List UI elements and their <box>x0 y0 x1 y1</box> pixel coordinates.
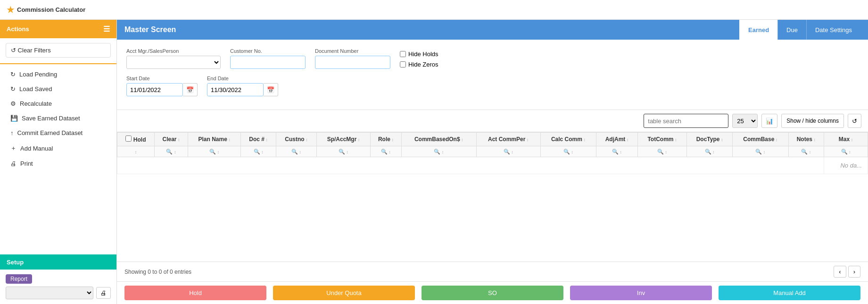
sidebar-item-save-earned[interactable]: 💾 Save Earned Dataset <box>6 111 111 126</box>
report-badge: Report <box>6 274 32 284</box>
setup-print-button[interactable]: 🖨 <box>96 287 111 299</box>
col-filter-custno: 🔍 <box>276 146 316 157</box>
hide-zeros-checkbox[interactable] <box>400 61 406 68</box>
sidebar-item-commit-earned[interactable]: ↑ Commit Earned Dataset <box>6 126 111 140</box>
legend-hold: Hold <box>124 286 266 300</box>
col-notes[interactable]: Notes <box>788 133 824 146</box>
prev-page-button[interactable]: ‹ <box>834 266 846 278</box>
sidebar-item-label: Commit Earned Dataset <box>17 129 83 136</box>
sidebar-item-load-saved[interactable]: ↻ Load Saved <box>6 82 111 96</box>
refresh-button[interactable]: ↺ <box>848 114 861 128</box>
col-tot-comm[interactable]: TotComm <box>637 133 686 146</box>
end-date-label: End Date <box>207 76 278 81</box>
sidebar-item-add-manual[interactable]: ＋ Add Manual <box>6 140 111 156</box>
filter-row-1: Acct Mgr./SalesPerson Customer No. Docum… <box>126 48 859 69</box>
start-date-input[interactable] <box>126 83 183 96</box>
col-adj-amt[interactable]: AdjAmt <box>596 133 638 146</box>
col-filter-sp-accmgr: 🔍 <box>316 146 370 157</box>
show-hide-columns-button[interactable]: Show / hide columns <box>781 114 844 128</box>
col-role[interactable]: Role <box>371 133 402 146</box>
col-filter-hold <box>117 146 155 157</box>
start-date-label: Start Date <box>126 76 198 81</box>
end-date-wrap: 📅 <box>207 83 278 96</box>
app-title: Commission Calculator <box>17 6 85 13</box>
filter-group-customer-no: Customer No. <box>230 48 306 69</box>
col-comm-based-on[interactable]: CommBasedOn$ <box>401 133 476 146</box>
col-filter-act-comm-per: 🔍 <box>476 146 540 157</box>
start-date-calendar-button[interactable]: 📅 <box>183 83 198 96</box>
legend-inv: Inv <box>570 286 712 300</box>
filter-group-acct-mgr: Acct Mgr./SalesPerson <box>126 48 221 69</box>
tab-earned[interactable]: Earned <box>739 20 777 40</box>
table-search-input[interactable] <box>644 114 728 128</box>
excel-icon: 📊 <box>766 118 773 125</box>
col-calc-comm[interactable]: Calc Comm <box>540 133 596 146</box>
sidebar-item-recalculate[interactable]: ⚙ Recalculate <box>6 96 111 111</box>
col-filter-tot-comm: 🔍 <box>637 146 686 157</box>
commit-earned-icon: ↑ <box>10 129 14 136</box>
sidebar: Actions ☰ ↺ Clear Filters ↻ Load Pending… <box>0 20 117 304</box>
col-sp-accmgr[interactable]: Sp/AccMgr <box>316 133 370 146</box>
sidebar-setup: Setup Report 🖨 <box>0 254 116 304</box>
save-earned-icon: 💾 <box>10 115 18 122</box>
col-hold[interactable]: Hold <box>117 133 155 146</box>
sidebar-item-print[interactable]: 🖨 Print <box>6 156 111 171</box>
col-doc-num[interactable]: Doc # <box>241 133 276 146</box>
col-plan-name[interactable]: Plan Name <box>188 133 241 146</box>
col-custno[interactable]: Custno <box>276 133 316 146</box>
col-filter-adj-amt: 🔍 <box>596 146 638 157</box>
master-header: Master Screen Earned Due Date Settings <box>117 20 868 40</box>
col-doc-type[interactable]: DocType <box>687 133 733 146</box>
table-wrap: Hold Clear Plan Name Doc # Custno Sp/Acc… <box>117 132 868 262</box>
col-comm-base[interactable]: CommBase <box>733 133 788 146</box>
end-date-calendar-button[interactable]: 📅 <box>264 83 278 96</box>
sidebar-item-label: Print <box>20 160 33 167</box>
col-filter-clear: 🔍 <box>154 146 188 157</box>
hide-zeros-label: Hide Zeros <box>408 61 438 68</box>
no-data-cell: No da... <box>824 157 868 174</box>
select-all-checkbox[interactable] <box>125 135 132 142</box>
master-title: Master Screen <box>124 25 176 34</box>
customer-no-input[interactable] <box>230 56 306 69</box>
sidebar-item-label: Add Manual <box>20 145 53 152</box>
customer-no-label: Customer No. <box>230 48 306 54</box>
hide-zeros-group: Hide Zeros <box>400 61 438 68</box>
sidebar-item-label: Load Pending <box>19 71 57 78</box>
tab-date-settings[interactable]: Date Settings <box>806 20 860 40</box>
col-filter-comm-base: 🔍 <box>733 146 788 157</box>
col-max[interactable]: Max <box>824 133 868 146</box>
filter-group-document-number: Document Number <box>315 48 390 69</box>
hamburger-icon[interactable]: ☰ <box>103 25 110 34</box>
actions-label: Actions <box>7 25 29 33</box>
acct-mgr-select[interactable] <box>126 56 221 69</box>
sidebar-actions-header: Actions ☰ <box>0 20 116 38</box>
col-clear[interactable]: Clear <box>154 133 188 146</box>
column-filter-row: 🔍 🔍 🔍 🔍 🔍 🔍 🔍 🔍 🔍 🔍 🔍 🔍 🔍 🔍 <box>117 146 868 157</box>
app-logo: ★ Commission Calculator <box>7 5 85 15</box>
sidebar-item-load-pending[interactable]: ↻ Load Pending <box>6 67 111 82</box>
table-row: No da... <box>117 157 868 174</box>
data-table: Hold Clear Plan Name Doc # Custno Sp/Acc… <box>117 132 868 174</box>
clear-filters-button[interactable]: ↺ Clear Filters <box>6 43 111 58</box>
hide-holds-label: Hide Holds <box>408 51 438 58</box>
setup-select[interactable] <box>6 287 93 299</box>
top-bar: ★ Commission Calculator <box>0 0 868 20</box>
excel-export-button[interactable]: 📊 <box>761 114 777 128</box>
tab-group: Earned Due Date Settings <box>739 20 860 40</box>
page-size-select[interactable]: 251050100 <box>732 114 758 128</box>
hide-holds-group: Hide Holds <box>400 51 438 58</box>
document-number-input[interactable] <box>315 56 390 69</box>
recalculate-icon: ⚙ <box>10 100 16 107</box>
next-page-button[interactable]: › <box>848 266 860 278</box>
load-pending-icon: ↻ <box>10 71 16 78</box>
col-filter-doc-num: 🔍 <box>241 146 276 157</box>
legend-under-quota: Under Quota <box>273 286 415 300</box>
tab-due[interactable]: Due <box>777 20 806 40</box>
col-filter-role: 🔍 <box>371 146 402 157</box>
end-date-input[interactable] <box>207 83 264 96</box>
hide-holds-checkbox[interactable] <box>400 51 406 57</box>
entry-count: Showing 0 to 0 of 0 entries <box>124 269 191 275</box>
pagination: ‹ › <box>834 266 860 278</box>
legend-bar: Hold Under Quota SO Inv Manual Add <box>117 281 868 304</box>
col-act-comm-per[interactable]: Act CommPer <box>476 133 540 146</box>
